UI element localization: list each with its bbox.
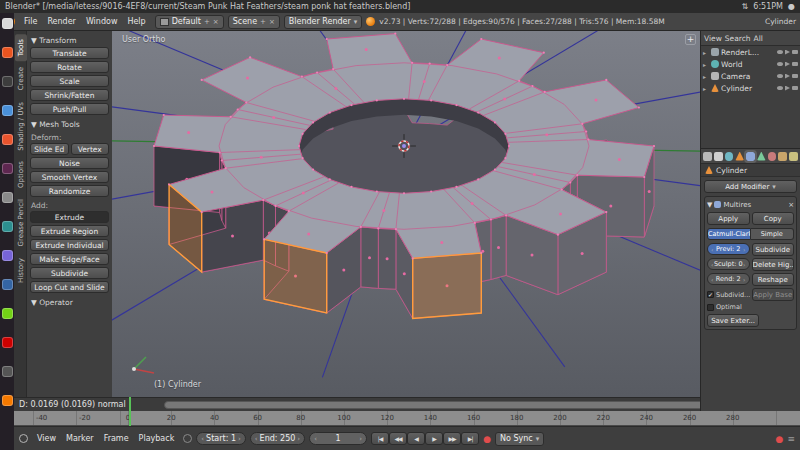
menu-help[interactable]: Help (122, 16, 150, 27)
render-level-field[interactable]: ‹Rend: 2› (707, 273, 750, 285)
prev-keyframe-button[interactable]: ◀◀ (389, 432, 407, 445)
reshape-button[interactable]: Reshape (752, 273, 795, 286)
remove-layout-icon[interactable]: × (213, 18, 219, 26)
renderability-toggle-icon[interactable] (792, 86, 798, 90)
copy-button[interactable]: Copy (752, 212, 795, 225)
launcher-icon-7[interactable] (2, 221, 13, 232)
tool-button-loop-cut-and-slide[interactable]: Loop Cut and Slide (30, 281, 109, 293)
end-frame-field[interactable]: ‹End: 250› (250, 432, 305, 445)
properties-tab-data[interactable] (757, 152, 766, 161)
subdivide-button[interactable]: Subdivide (752, 243, 795, 256)
record-button[interactable]: ● (483, 434, 491, 444)
tool-button-extrude-individual[interactable]: Extrude Individual (30, 239, 109, 251)
remove-scene-icon[interactable]: × (269, 18, 275, 26)
outliner-item-renderl[interactable]: ▸RenderL... (701, 46, 800, 58)
simple-toggle[interactable]: Simple (751, 228, 795, 240)
renderability-toggle-icon[interactable] (792, 74, 798, 78)
shelf-tab-grease-pencil[interactable]: Grease Pencil (15, 194, 27, 251)
current-frame-indicator[interactable] (129, 397, 131, 426)
tool-button-shrink-fatten[interactable]: Shrink/Fatten (30, 89, 109, 101)
outliner-view-tab[interactable]: View (704, 34, 722, 43)
timeline-menu-playback[interactable]: Playback (134, 433, 180, 444)
resize-grip-icon[interactable]: ≡ (787, 434, 795, 444)
properties-tab-physics[interactable] (789, 152, 798, 161)
tool-button-smooth-vertex[interactable]: Smooth Vertex (30, 171, 109, 183)
tool-button-extrude-region[interactable]: Extrude Region (30, 225, 109, 237)
launcher-icon-6[interactable] (2, 192, 13, 203)
visibility-toggle-icon[interactable] (777, 74, 783, 78)
selectability-toggle-icon[interactable] (785, 62, 790, 67)
play-button[interactable]: ▶ (425, 432, 443, 445)
screen-layout-selector[interactable]: Default + × (155, 15, 224, 29)
properties-region-toggle[interactable]: + (685, 34, 696, 45)
tool-button-translate[interactable]: Translate (30, 47, 109, 59)
sync-mode-selector[interactable]: No Sync▾ (495, 432, 544, 446)
add-scene-icon[interactable]: + (260, 18, 266, 26)
expand-arrow-icon[interactable]: ▸ (703, 73, 709, 80)
tool-button-rotate[interactable]: Rotate (30, 61, 109, 73)
launcher-icon-0[interactable] (2, 18, 13, 29)
properties-tab-texture[interactable] (778, 152, 787, 161)
tool-button-slide-ed[interactable]: Slide Ed (30, 143, 69, 155)
launcher-icon-10[interactable] (2, 308, 13, 319)
scene-selector[interactable]: Scene + × (228, 15, 280, 29)
selectability-toggle-icon[interactable] (785, 74, 790, 79)
shelf-tab-create[interactable]: Create (15, 62, 27, 95)
shelf-tab-tools[interactable]: Tools (15, 34, 27, 61)
network-icon[interactable]: ⇅ (742, 2, 749, 11)
properties-tab-modifiers[interactable] (746, 152, 755, 161)
timeline-menu-view[interactable]: View (32, 433, 61, 444)
panel-header-mesh-tools[interactable]: ▼ Mesh Tools (30, 117, 109, 131)
launcher-icon-11[interactable] (2, 337, 13, 348)
visibility-toggle-icon[interactable] (777, 86, 783, 90)
launcher-icon-13[interactable] (2, 395, 13, 406)
catmull-clark-toggle[interactable]: Catmull-Clark (707, 228, 751, 240)
renderability-toggle-icon[interactable] (792, 62, 798, 66)
expand-arrow-icon[interactable]: ▸ (703, 85, 709, 92)
expand-arrow-icon[interactable]: ▸ (703, 61, 709, 68)
jump-to-end-button[interactable]: ▶| (461, 432, 479, 445)
launcher-icon-1[interactable] (2, 47, 13, 58)
apply-base-button[interactable]: Apply Base (752, 288, 795, 301)
tool-button-push-pull[interactable]: Push/Pull (30, 103, 109, 115)
jump-to-start-button[interactable]: |◀ (371, 432, 389, 445)
selectability-toggle-icon[interactable] (785, 86, 790, 91)
menu-render[interactable]: Render (42, 16, 80, 27)
tool-button-extrude[interactable]: Extrude (30, 211, 109, 223)
launcher-icon-9[interactable] (2, 279, 13, 290)
add-layout-icon[interactable]: + (204, 18, 210, 26)
shelf-tab-shading-uvs[interactable]: Shading / UVs (15, 97, 27, 156)
current-frame-field[interactable]: ‹1› (309, 432, 367, 445)
collapse-arrow-icon[interactable]: ▼ (707, 201, 712, 209)
properties-tab-render[interactable] (703, 152, 712, 161)
tool-button-randomize[interactable]: Randomize (30, 185, 109, 197)
tool-button-noise[interactable]: Noise (30, 157, 109, 169)
optimal-display-checkbox[interactable]: Optimal (707, 303, 750, 311)
add-modifier-dropdown[interactable]: Add Modifier ▾ (704, 180, 797, 193)
shelf-tab-options[interactable]: Options (15, 156, 27, 193)
preview-level-field[interactable]: ‹Previ: 2› (707, 243, 750, 255)
properties-tab-object[interactable] (735, 152, 744, 161)
launcher-icon-3[interactable] (2, 105, 13, 116)
next-keyframe-button[interactable]: ▶▶ (443, 432, 461, 445)
outliner-item-cylinder[interactable]: ▸Cylinder (701, 82, 800, 94)
outliner-item-world[interactable]: ▸World (701, 58, 800, 70)
timeline-ruler[interactable]: -40-200204060801001201401601802002202402… (14, 411, 800, 426)
outliner-search-tab[interactable]: Search (725, 34, 751, 43)
close-icon[interactable]: × (788, 201, 794, 209)
tool-button-scale[interactable]: Scale (30, 75, 109, 87)
visibility-toggle-icon[interactable] (777, 50, 783, 54)
panel-header-operator[interactable]: ▼ Operator (30, 295, 109, 309)
launcher-icon-12[interactable] (2, 366, 13, 377)
launcher-icon-5[interactable] (2, 163, 13, 174)
timeline-menu-frame[interactable]: Frame (99, 433, 134, 444)
selectability-toggle-icon[interactable] (785, 50, 790, 55)
auto-keyframe-icon[interactable]: ● (776, 434, 784, 444)
start-frame-field[interactable]: ‹Start: 1› (196, 432, 246, 445)
play-reverse-button[interactable]: ◀ (407, 432, 425, 445)
shelf-tab-history[interactable]: History (15, 253, 27, 288)
sculpt-level-field[interactable]: ‹Sculpt: 0› (707, 258, 750, 270)
save-external-button[interactable]: Save Exter... (707, 314, 759, 327)
timeline-menu-marker[interactable]: Marker (61, 433, 99, 444)
panel-header-transform[interactable]: ▼ Transform (30, 33, 109, 47)
